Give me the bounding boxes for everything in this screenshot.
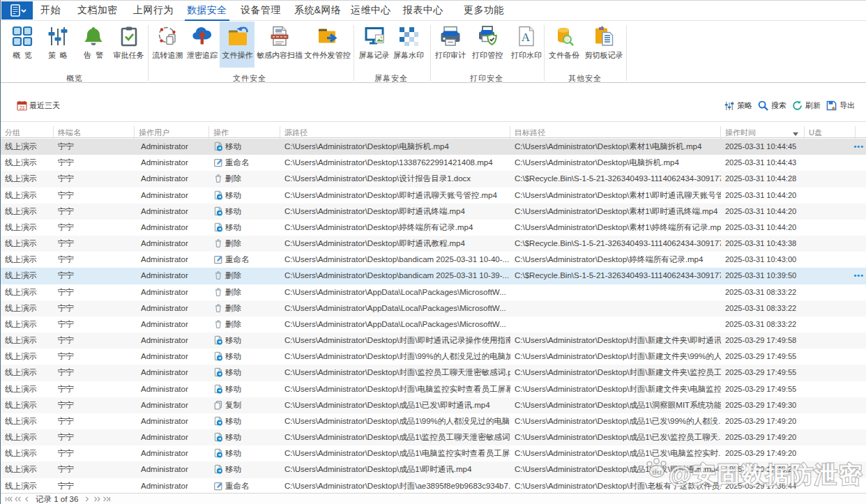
svg-text:23: 23 [20, 105, 25, 110]
svg-text:A: A [522, 31, 531, 44]
